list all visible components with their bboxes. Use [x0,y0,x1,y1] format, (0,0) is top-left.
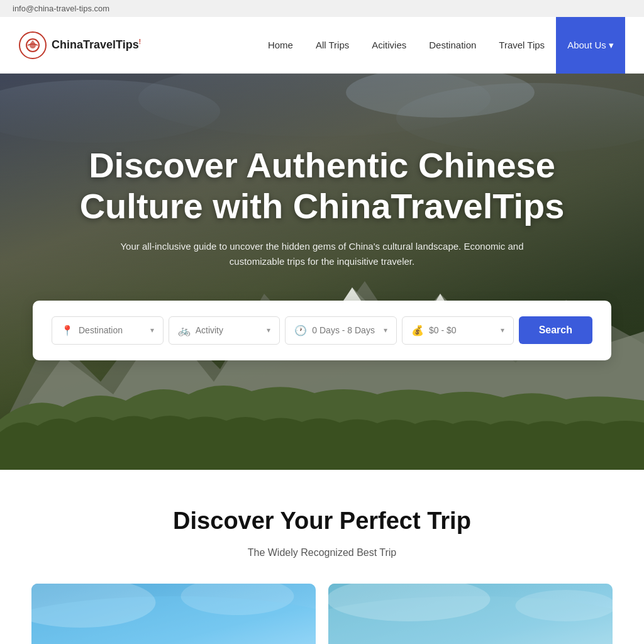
navbar: ChinaTravelTips! Home All Trips Acitivie… [0,17,644,74]
nav-home[interactable]: Home [257,17,304,74]
chevron-down-icon: ▾ [609,40,614,50]
activity-icon: 🚲 [178,325,191,336]
days-label: 0 Days - 8 Days [312,325,379,335]
search-box: 📍 Destination ▾ 🚲 Activity ▾ 🕐 0 Days - … [33,301,611,360]
contact-email: info@china-travel-tips.com [13,4,109,13]
nav-all-trips[interactable]: All Trips [304,17,360,74]
discover-title: Discover Your Perfect Trip [19,508,625,535]
days-chevron-icon: ▾ [384,326,387,335]
search-row: 📍 Destination ▾ 🚲 Activity ▾ 🕐 0 Days - … [52,316,592,345]
nav-links: Home All Trips Acitivies Destination Tra… [257,17,625,74]
discover-section: Discover Your Perfect Trip The Widely Re… [0,470,644,644]
price-label: $0 - $0 [429,325,496,335]
top-bar: info@china-travel-tips.com [0,0,644,17]
logo[interactable]: ChinaTravelTips! [19,31,141,59]
svg-point-17 [516,590,613,621]
nav-about-us[interactable]: About Us ▾ [556,17,625,74]
hero-subtitle: Your all-inclusive guide to uncover the … [102,239,542,269]
price-select[interactable]: 💰 $0 - $0 ▾ [402,316,514,345]
nav-activities[interactable]: Acitivies [360,17,418,74]
search-button[interactable]: Search [519,316,592,344]
location-icon: 📍 [61,325,74,336]
logo-text: ChinaTravelTips! [52,38,141,52]
discover-subtitle: The Widely Recognized Best Trip [19,547,625,558]
cards-row [19,584,625,644]
destination-select[interactable]: 📍 Destination ▾ [52,316,164,345]
trip-card-1[interactable] [31,584,316,644]
hero-content: Discover Authentic Chinese Culture with … [0,145,644,294]
activity-chevron-icon: ▾ [267,326,270,335]
logo-icon [19,31,47,59]
trip-card-2[interactable] [328,584,613,644]
days-select[interactable]: 🕐 0 Days - 8 Days ▾ [285,316,397,345]
nav-travel-tips[interactable]: Travel Tips [487,17,556,74]
nav-destination[interactable]: Destination [418,17,487,74]
activity-select[interactable]: 🚲 Activity ▾ [169,316,280,345]
hero-title: Discover Authentic Chinese Culture with … [38,145,606,226]
activity-label: Activity [196,325,262,335]
price-chevron-icon: ▾ [501,326,504,335]
price-icon: 💰 [411,325,424,336]
destination-label: Destination [79,325,145,335]
hero-section: Discover Authentic Chinese Culture with … [0,74,644,470]
clock-icon: 🕐 [294,325,307,336]
destination-chevron-icon: ▾ [150,326,154,335]
